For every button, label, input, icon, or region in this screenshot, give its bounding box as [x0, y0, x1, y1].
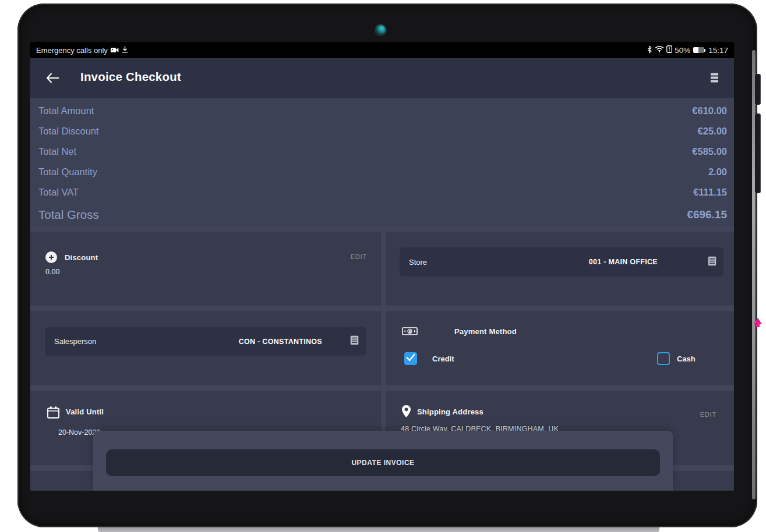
check-icon	[406, 353, 415, 364]
list-select-icon	[350, 335, 359, 347]
location-pin-icon	[402, 405, 411, 420]
page-title: Invoice Checkout	[80, 70, 181, 84]
salesperson-value: CON - CONSTANTINOS	[239, 338, 322, 346]
total-gross-value: €696.15	[687, 208, 727, 221]
total-discount-value: €25.00	[698, 126, 727, 137]
update-invoice-button[interactable]: UPDATE INVOICE	[106, 449, 660, 476]
discount-value: 0.00	[45, 268, 59, 276]
total-quantity-value: 2.00	[708, 166, 727, 178]
menu-button[interactable]	[710, 72, 719, 84]
power-button[interactable]	[755, 74, 761, 105]
totals-summary: Total Amount €610.00 Total Discount €25.…	[30, 98, 734, 227]
total-quantity-label: Total Quantity	[38, 166, 97, 178]
credit-label: Credit	[432, 354, 454, 363]
salesperson-card: Salesperson CON - CONSTANTINOS	[30, 311, 381, 385]
shipping-edit-button[interactable]: EDIT	[700, 411, 716, 418]
salesperson-label: Salesperson	[54, 337, 96, 346]
video-camera-icon	[111, 46, 119, 55]
wifi-icon	[655, 45, 664, 55]
total-net-row: Total Net €585.00	[38, 141, 727, 162]
front-camera	[376, 25, 386, 35]
battery-percent: 50%	[675, 46, 690, 55]
total-discount-row: Total Discount €25.00	[38, 121, 727, 141]
bottom-sheet: UPDATE INVOICE	[93, 431, 673, 491]
total-net-value: €585.00	[692, 146, 727, 157]
cash-checkbox[interactable]	[657, 352, 670, 365]
carrier-text: Emergency calls only	[36, 46, 108, 55]
total-vat-row: Total VAT €111.15	[38, 182, 727, 203]
discount-card: Discount EDIT 0.00	[30, 232, 381, 306]
sim-alert-icon	[666, 45, 672, 55]
back-button[interactable]	[45, 72, 61, 85]
store-value: 001 - MAIN OFFICE	[589, 258, 658, 266]
payment-method-label: Payment Method	[454, 327, 517, 336]
total-vat-value: €111.15	[693, 187, 727, 198]
shipping-address-label: Shipping Address	[417, 407, 483, 416]
payment-method-card: $ Payment Method Credit Cash	[386, 311, 734, 385]
app-bar: Invoice Checkout	[30, 58, 734, 98]
list-select-icon	[708, 256, 716, 268]
store-card: Store 001 - MAIN OFFICE	[386, 232, 734, 306]
discount-label: Discount	[65, 253, 98, 262]
total-gross-label: Total Gross	[38, 208, 99, 222]
total-discount-label: Total Discount	[38, 126, 99, 137]
salesperson-select[interactable]: Salesperson CON - CONSTANTINOS	[45, 327, 366, 356]
total-vat-label: Total VAT	[38, 187, 79, 198]
screenshot-stage: Emergency calls only 50%	[0, 0, 766, 532]
discount-edit-button[interactable]: EDIT	[351, 253, 367, 260]
store-label: Store	[409, 258, 427, 267]
total-quantity-row: Total Quantity 2.00	[38, 162, 727, 182]
bluetooth-icon	[647, 45, 652, 55]
volume-rocker[interactable]	[755, 114, 761, 193]
cash-label: Cash	[677, 354, 696, 363]
valid-until-label: Valid Until	[66, 407, 104, 416]
menu-list-icon	[710, 76, 719, 86]
store-select[interactable]: Store 001 - MAIN OFFICE	[400, 247, 723, 276]
device-screen: Emergency calls only 50%	[30, 42, 734, 491]
credit-checkbox[interactable]	[404, 352, 417, 365]
status-bar: Emergency calls only 50%	[30, 42, 734, 58]
total-amount-label: Total Amount	[38, 105, 94, 116]
battery-icon	[693, 47, 705, 53]
pointer-marker	[753, 318, 763, 328]
total-amount-row: Total Amount €610.00	[38, 101, 727, 121]
download-icon	[122, 46, 128, 55]
clock-text: 15:17	[708, 46, 728, 55]
back-arrow-icon	[45, 76, 59, 86]
total-gross-row: Total Gross €696.15	[38, 203, 727, 227]
total-net-label: Total Net	[38, 146, 76, 157]
plus-circle-icon	[45, 251, 57, 263]
calendar-icon	[47, 406, 60, 421]
banknote-icon: $	[402, 325, 418, 339]
total-amount-value: €610.00	[692, 105, 727, 116]
